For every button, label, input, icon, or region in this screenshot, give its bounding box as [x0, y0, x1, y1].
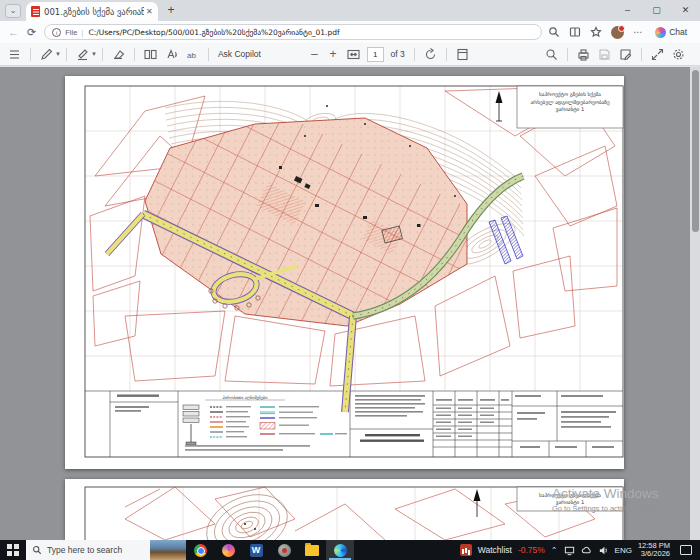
action-center-icon[interactable]	[680, 545, 692, 555]
rotate-icon[interactable]	[423, 47, 438, 62]
colorful-app-icon	[222, 544, 235, 557]
contour-cluster-page2	[198, 483, 297, 540]
legend-title: პირობითი აღნიშვნები	[223, 395, 268, 400]
copilot-chat-button[interactable]: Chat	[655, 27, 687, 38]
search-icon	[32, 545, 42, 555]
taskbar-app-chrome[interactable]	[186, 540, 214, 560]
windows-taskbar: Type here to search W Watchlist -0.75% ⌃…	[0, 540, 700, 560]
language-indicator[interactable]: ENG	[615, 546, 632, 555]
draw-pen-dropdown-icon[interactable]: ▼	[55, 51, 61, 57]
maximize-button[interactable]: ▢	[642, 0, 671, 21]
search-placeholder: Type here to search	[47, 545, 122, 555]
network-icon[interactable]	[564, 545, 575, 556]
save-icon	[597, 47, 612, 62]
watchlist-change[interactable]: -0.75%	[518, 545, 545, 555]
taskbar-app-gray[interactable]	[270, 540, 298, 560]
page-number-input[interactable]: 1	[367, 47, 384, 62]
taskbar-search-box[interactable]: Type here to search	[26, 540, 150, 560]
fit-to-width-icon[interactable]	[346, 47, 361, 62]
page-view-icon[interactable]	[455, 47, 470, 62]
chrome-icon	[194, 544, 207, 557]
clock[interactable]: 12:58 PM 3/6/2026	[638, 542, 670, 559]
highlighter-icon[interactable]	[75, 47, 90, 62]
watchlist-icon[interactable]	[460, 544, 472, 556]
svg-text:ab: ab	[187, 51, 196, 60]
zoom-out-button[interactable]: –	[311, 47, 318, 61]
highlighter-dropdown-icon[interactable]: ▼	[91, 51, 97, 57]
drawing-title-line2: არსებულ ადგილმდებარეობაზე	[530, 99, 609, 106]
taskbar-app-edge[interactable]	[326, 540, 354, 560]
url-field[interactable]: i File | C:/Users/PC/Desktop/500/001.გზე…	[44, 24, 542, 40]
print-icon[interactable]	[576, 47, 591, 62]
pdf-page-2: საპროექტო გზების სქემა ვარიანტი 1	[65, 479, 624, 540]
search-document-icon[interactable]	[544, 47, 559, 62]
onedrive-icon[interactable]	[581, 545, 592, 556]
profile-avatar[interactable]	[611, 26, 624, 39]
browser-tab[interactable]: 001.გზების სქემა ვარიანტი_0 ✕	[26, 2, 158, 21]
page2-title-line2: ვარიანტი 1	[556, 499, 584, 506]
road-cross-section-diagram	[183, 405, 199, 445]
file-explorer-icon	[305, 545, 319, 556]
window-controls: – ▢ ✕	[613, 0, 700, 21]
new-tab-button[interactable]: +	[163, 3, 179, 17]
url-scheme-label: File	[65, 28, 77, 37]
volume-icon[interactable]	[598, 545, 609, 556]
word-icon: W	[250, 544, 263, 557]
parcel-mesh	[86, 76, 515, 410]
favorites-star-icon[interactable]	[590, 26, 602, 38]
tray-expand-icon[interactable]: ⌃	[551, 546, 558, 555]
address-bar-actions: ⋯ Chat	[548, 26, 695, 39]
split-screen-icon[interactable]	[569, 26, 581, 38]
minimize-button[interactable]: –	[613, 0, 642, 21]
start-button[interactable]	[0, 540, 26, 560]
vertical-scrollbar[interactable]	[690, 67, 700, 540]
title-block: პირობითი აღნიშვნები	[85, 391, 623, 457]
tab-close-icon[interactable]: ✕	[146, 7, 153, 16]
draw-pen-icon[interactable]	[39, 47, 54, 62]
page2-title-line1: საპროექტო გზების სქემა	[539, 492, 601, 499]
eraser-icon[interactable]	[111, 47, 126, 62]
taskbar-app-explorer[interactable]	[298, 540, 326, 560]
desktop-screen: ⌄ 001.გზების სქემა ვარიანტი_0 ✕ + – ▢ ✕ …	[0, 0, 700, 560]
page-info-icon[interactable]: i	[52, 28, 61, 37]
zoom-in-button[interactable]: +	[330, 47, 337, 61]
table-of-contents-icon[interactable]	[7, 47, 22, 62]
drawing-title-box-page2: საპროექტო გზების სქემა ვარიანტი 1	[517, 487, 623, 511]
pdf-viewport[interactable]: პირობითი აღნიშვნები	[0, 67, 700, 540]
browser-tab-strip: ⌄ 001.გზების სქემა ვარიანტი_0 ✕ + – ▢ ✕	[0, 0, 700, 21]
find-icon[interactable]	[548, 26, 560, 38]
taskbar-app-colorful[interactable]	[214, 540, 242, 560]
save-as-icon[interactable]	[618, 47, 633, 62]
scrollbar-thumb[interactable]	[692, 70, 699, 232]
more-menu-icon[interactable]: ⋯	[633, 27, 642, 37]
taskbar-app-word[interactable]: W	[242, 540, 270, 560]
chat-label: Chat	[669, 27, 687, 37]
legend: პირობითი აღნიშვნები	[183, 395, 347, 451]
clock-date: 3/6/2026	[638, 550, 670, 559]
drawing-title-line1: საპროექტო გზების სქემა	[539, 91, 601, 98]
edge-icon	[334, 544, 347, 557]
watchlist-label[interactable]: Watchlist	[478, 545, 512, 555]
translate-icon[interactable]: ab	[185, 47, 200, 62]
address-bar-row: ← ⟳ i File | C:/Users/PC/Desktop/500/001…	[0, 21, 700, 43]
north-arrow	[496, 91, 503, 121]
url-separator: |	[81, 28, 83, 37]
ask-copilot-button[interactable]: Ask Copilot	[218, 49, 261, 59]
taskbar-tray: Watchlist -0.75% ⌃ ENG 12:58 PM 3/6/2026	[460, 542, 700, 559]
read-aloud-icon[interactable]	[164, 47, 179, 62]
two-page-view-icon[interactable]	[143, 47, 158, 62]
settings-gear-icon[interactable]	[671, 47, 686, 62]
site-plan-drawing: პირობითი აღნიშვნები	[65, 76, 624, 469]
back-icon[interactable]: ←	[8, 26, 19, 38]
site-plan-drawing-page2: საპროექტო გზების სქემა ვარიანტი 1	[65, 479, 624, 540]
gray-app-icon	[278, 544, 291, 557]
pdf-favicon	[31, 6, 40, 17]
search-highlight-image[interactable]	[150, 540, 186, 560]
legend-line-samples	[210, 406, 347, 437]
close-button[interactable]: ✕	[671, 0, 700, 21]
fullscreen-icon[interactable]	[650, 47, 665, 62]
drawing-title-box: საპროექტო გზების სქემა არსებულ ადგილმდებ…	[517, 86, 623, 128]
page-count-label: of 3	[391, 49, 405, 59]
tab-search-button[interactable]: ⌄	[5, 4, 21, 18]
refresh-icon[interactable]: ⟳	[27, 26, 36, 39]
